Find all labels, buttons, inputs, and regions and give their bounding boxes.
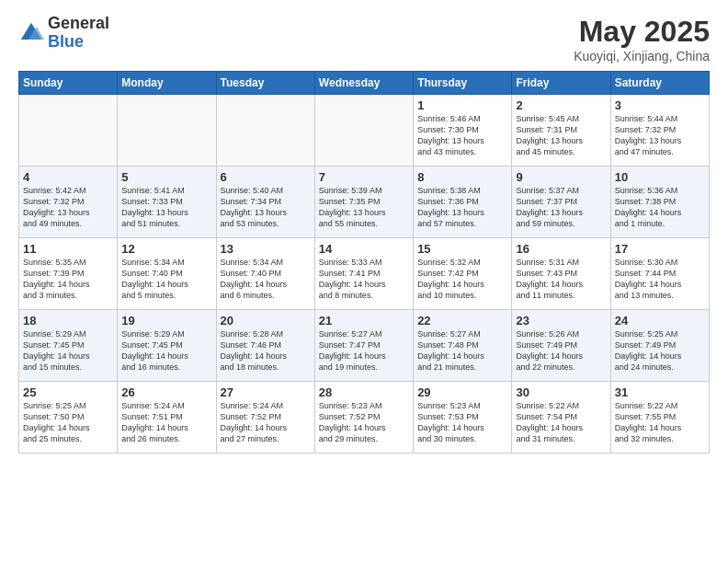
day-number: 2	[516, 98, 606, 112]
day-info: Sunrise: 5:34 AM Sunset: 7:40 PM Dayligh…	[221, 257, 311, 302]
calendar-cell: 10Sunrise: 5:36 AM Sunset: 7:38 PM Dayli…	[610, 167, 709, 238]
day-number: 31	[615, 385, 705, 399]
calendar-cell: 20Sunrise: 5:28 AM Sunset: 7:46 PM Dayli…	[216, 310, 314, 382]
calendar-week-4: 18Sunrise: 5:29 AM Sunset: 7:45 PM Dayli…	[19, 310, 710, 382]
calendar-cell: 5Sunrise: 5:41 AM Sunset: 7:33 PM Daylig…	[118, 167, 216, 238]
calendar-cell: 26Sunrise: 5:24 AM Sunset: 7:51 PM Dayli…	[118, 382, 216, 454]
day-info: Sunrise: 5:36 AM Sunset: 7:38 PM Dayligh…	[615, 185, 705, 230]
calendar-cell: 25Sunrise: 5:25 AM Sunset: 7:50 PM Dayli…	[19, 382, 118, 454]
logo-blue-text: Blue	[48, 33, 109, 52]
day-info: Sunrise: 5:33 AM Sunset: 7:41 PM Dayligh…	[319, 257, 409, 302]
calendar-cell: 24Sunrise: 5:25 AM Sunset: 7:49 PM Dayli…	[610, 310, 709, 382]
day-number: 5	[121, 170, 211, 184]
calendar-cell: 15Sunrise: 5:32 AM Sunset: 7:42 PM Dayli…	[414, 238, 512, 310]
day-number: 19	[121, 314, 211, 327]
calendar-cell: 21Sunrise: 5:27 AM Sunset: 7:47 PM Dayli…	[314, 310, 413, 382]
day-info: Sunrise: 5:38 AM Sunset: 7:36 PM Dayligh…	[417, 185, 507, 230]
day-info: Sunrise: 5:26 AM Sunset: 7:49 PM Dayligh…	[516, 328, 606, 373]
calendar-cell: 17Sunrise: 5:30 AM Sunset: 7:44 PM Dayli…	[610, 238, 709, 310]
calendar-cell	[216, 95, 314, 167]
day-info: Sunrise: 5:45 AM Sunset: 7:31 PM Dayligh…	[516, 113, 606, 158]
day-number: 12	[121, 242, 211, 256]
calendar-cell: 7Sunrise: 5:39 AM Sunset: 7:35 PM Daylig…	[314, 167, 413, 238]
main-title: May 2025	[574, 15, 710, 49]
day-info: Sunrise: 5:29 AM Sunset: 7:45 PM Dayligh…	[121, 328, 211, 373]
calendar-cell: 27Sunrise: 5:24 AM Sunset: 7:52 PM Dayli…	[216, 382, 314, 454]
calendar-cell: 22Sunrise: 5:27 AM Sunset: 7:48 PM Dayli…	[414, 310, 512, 382]
day-info: Sunrise: 5:23 AM Sunset: 7:53 PM Dayligh…	[417, 400, 507, 445]
day-number: 21	[319, 314, 409, 327]
day-number: 8	[417, 170, 507, 184]
logo-text: General Blue	[48, 15, 109, 52]
title-block: May 2025 Kuoyiqi, Xinjiang, China	[574, 15, 710, 63]
day-info: Sunrise: 5:40 AM Sunset: 7:34 PM Dayligh…	[221, 185, 311, 230]
col-header-friday: Friday	[512, 72, 610, 95]
day-number: 4	[23, 170, 113, 184]
calendar-cell: 2Sunrise: 5:45 AM Sunset: 7:31 PM Daylig…	[512, 95, 610, 167]
day-info: Sunrise: 5:37 AM Sunset: 7:37 PM Dayligh…	[516, 185, 606, 230]
subtitle: Kuoyiqi, Xinjiang, China	[574, 49, 710, 63]
day-info: Sunrise: 5:24 AM Sunset: 7:52 PM Dayligh…	[221, 400, 311, 445]
col-header-wednesday: Wednesday	[314, 72, 413, 95]
col-header-saturday: Saturday	[610, 72, 709, 95]
day-info: Sunrise: 5:23 AM Sunset: 7:52 PM Dayligh…	[319, 400, 409, 445]
calendar-week-5: 25Sunrise: 5:25 AM Sunset: 7:50 PM Dayli…	[19, 382, 710, 454]
day-number: 30	[516, 385, 606, 399]
day-number: 17	[615, 242, 705, 256]
day-info: Sunrise: 5:25 AM Sunset: 7:50 PM Dayligh…	[23, 400, 113, 445]
day-number: 3	[615, 98, 705, 112]
logo: General Blue	[18, 15, 109, 52]
day-info: Sunrise: 5:35 AM Sunset: 7:39 PM Dayligh…	[23, 257, 113, 302]
calendar-cell: 8Sunrise: 5:38 AM Sunset: 7:36 PM Daylig…	[414, 167, 512, 238]
logo-icon	[18, 20, 44, 46]
day-info: Sunrise: 5:39 AM Sunset: 7:35 PM Dayligh…	[319, 185, 409, 230]
day-number: 20	[221, 314, 311, 327]
day-number: 9	[516, 170, 606, 184]
calendar-week-3: 11Sunrise: 5:35 AM Sunset: 7:39 PM Dayli…	[19, 238, 710, 310]
day-number: 13	[221, 242, 311, 256]
col-header-tuesday: Tuesday	[216, 72, 314, 95]
calendar-cell: 4Sunrise: 5:42 AM Sunset: 7:32 PM Daylig…	[19, 167, 118, 238]
day-number: 10	[615, 170, 705, 184]
day-info: Sunrise: 5:41 AM Sunset: 7:33 PM Dayligh…	[121, 185, 211, 230]
day-number: 29	[417, 385, 507, 399]
calendar-cell: 18Sunrise: 5:29 AM Sunset: 7:45 PM Dayli…	[19, 310, 118, 382]
logo-general-text: General	[48, 15, 109, 33]
day-number: 15	[417, 242, 507, 256]
day-info: Sunrise: 5:32 AM Sunset: 7:42 PM Dayligh…	[417, 257, 507, 302]
day-info: Sunrise: 5:24 AM Sunset: 7:51 PM Dayligh…	[121, 400, 211, 445]
day-number: 18	[23, 314, 113, 327]
calendar-cell: 31Sunrise: 5:22 AM Sunset: 7:55 PM Dayli…	[610, 382, 709, 454]
day-info: Sunrise: 5:29 AM Sunset: 7:45 PM Dayligh…	[23, 328, 113, 373]
day-number: 23	[516, 314, 606, 327]
day-info: Sunrise: 5:27 AM Sunset: 7:47 PM Dayligh…	[319, 328, 409, 373]
calendar-cell: 29Sunrise: 5:23 AM Sunset: 7:53 PM Dayli…	[414, 382, 512, 454]
day-number: 26	[121, 385, 211, 399]
calendar-cell: 9Sunrise: 5:37 AM Sunset: 7:37 PM Daylig…	[512, 167, 610, 238]
day-info: Sunrise: 5:34 AM Sunset: 7:40 PM Dayligh…	[121, 257, 211, 302]
day-number: 6	[221, 170, 311, 184]
page: General Blue May 2025 Kuoyiqi, Xinjiang,…	[0, 0, 728, 563]
calendar-header-row: SundayMondayTuesdayWednesdayThursdayFrid…	[19, 72, 710, 95]
calendar-cell: 13Sunrise: 5:34 AM Sunset: 7:40 PM Dayli…	[216, 238, 314, 310]
day-number: 27	[221, 385, 311, 399]
calendar-cell: 14Sunrise: 5:33 AM Sunset: 7:41 PM Dayli…	[314, 238, 413, 310]
day-number: 7	[319, 170, 409, 184]
day-info: Sunrise: 5:27 AM Sunset: 7:48 PM Dayligh…	[417, 328, 507, 373]
col-header-sunday: Sunday	[19, 72, 118, 95]
calendar-cell: 1Sunrise: 5:46 AM Sunset: 7:30 PM Daylig…	[414, 95, 512, 167]
calendar-cell: 19Sunrise: 5:29 AM Sunset: 7:45 PM Dayli…	[118, 310, 216, 382]
calendar-cell	[314, 95, 413, 167]
day-info: Sunrise: 5:44 AM Sunset: 7:32 PM Dayligh…	[615, 113, 705, 158]
col-header-thursday: Thursday	[414, 72, 512, 95]
calendar: SundayMondayTuesdayWednesdayThursdayFrid…	[18, 71, 710, 454]
calendar-cell	[118, 95, 216, 167]
calendar-cell: 30Sunrise: 5:22 AM Sunset: 7:54 PM Dayli…	[512, 382, 610, 454]
day-number: 28	[319, 385, 409, 399]
calendar-cell: 23Sunrise: 5:26 AM Sunset: 7:49 PM Dayli…	[512, 310, 610, 382]
day-info: Sunrise: 5:22 AM Sunset: 7:54 PM Dayligh…	[516, 400, 606, 445]
day-number: 1	[417, 98, 507, 112]
calendar-cell: 11Sunrise: 5:35 AM Sunset: 7:39 PM Dayli…	[19, 238, 118, 310]
calendar-cell: 6Sunrise: 5:40 AM Sunset: 7:34 PM Daylig…	[216, 167, 314, 238]
day-number: 11	[23, 242, 113, 256]
